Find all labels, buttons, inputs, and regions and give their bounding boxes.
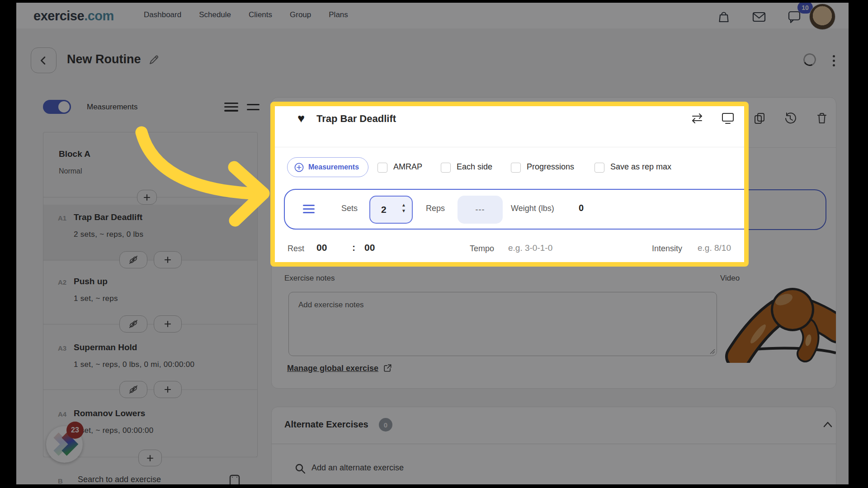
sets-value: 2 bbox=[381, 204, 387, 215]
stepper-up-icon[interactable]: ▲ bbox=[401, 202, 406, 207]
stepper-down-icon[interactable]: ▼ bbox=[401, 208, 406, 213]
favorite-heart-icon[interactable]: ♥ bbox=[297, 111, 305, 126]
intensity-label: Intensity bbox=[652, 244, 682, 253]
sets-label: Sets bbox=[341, 204, 358, 213]
tempo-label: Tempo bbox=[470, 244, 494, 253]
letterbox-bottom bbox=[0, 484, 868, 488]
checkbox-each-side[interactable] bbox=[441, 163, 451, 173]
checkbox-label: Save as rep max bbox=[610, 162, 671, 172]
swap-exercise-icon[interactable] bbox=[690, 112, 704, 126]
checkbox-amrap[interactable] bbox=[377, 163, 387, 173]
checkbox-save-as-rep-max[interactable] bbox=[594, 163, 604, 173]
screenshot-stage: exercise.com Dashboard Schedule Clients … bbox=[0, 0, 868, 488]
checkbox-progressions[interactable] bbox=[511, 163, 521, 173]
display-icon[interactable] bbox=[721, 112, 735, 125]
rest-seconds-input[interactable]: 00 bbox=[364, 242, 375, 253]
reps-input[interactable]: --- bbox=[458, 196, 503, 224]
rest-label: Rest bbox=[288, 244, 304, 253]
weight-label: Weight (lbs) bbox=[511, 204, 554, 213]
add-measurements-button[interactable]: Measurements bbox=[287, 157, 368, 177]
intensity-input[interactable]: e.g. 8/10 bbox=[698, 243, 731, 253]
letterbox-top bbox=[0, 0, 868, 3]
letterbox-right bbox=[849, 0, 868, 488]
drag-handle-icon[interactable] bbox=[303, 205, 315, 213]
exercise-title: Trap Bar Deadlift bbox=[316, 113, 396, 125]
checkbox-label: Progressions bbox=[527, 162, 574, 172]
checkbox-label: Each side bbox=[457, 162, 492, 172]
checkbox-label: AMRAP bbox=[393, 162, 422, 172]
divider bbox=[275, 147, 744, 147]
rest-minutes-input[interactable]: 00 bbox=[316, 242, 327, 253]
rest-separator: : bbox=[352, 242, 355, 253]
weight-value[interactable]: 0 bbox=[579, 203, 584, 213]
plus-circle-icon bbox=[294, 162, 304, 173]
highlighted-exercise-config: ♥ Trap Bar Deadlift Measurements AMRAP E… bbox=[270, 102, 749, 267]
set-configuration-row: Sets 2 ▲ ▼ Reps --- Weight (lbs) 0 bbox=[284, 189, 749, 230]
letterbox-left bbox=[0, 0, 16, 488]
stepper-arrows: ▲ ▼ bbox=[401, 202, 406, 213]
sets-stepper[interactable]: 2 ▲ ▼ bbox=[369, 196, 413, 224]
reps-label: Reps bbox=[426, 204, 445, 213]
tempo-input[interactable]: e.g. 3-0-1-0 bbox=[508, 243, 552, 253]
